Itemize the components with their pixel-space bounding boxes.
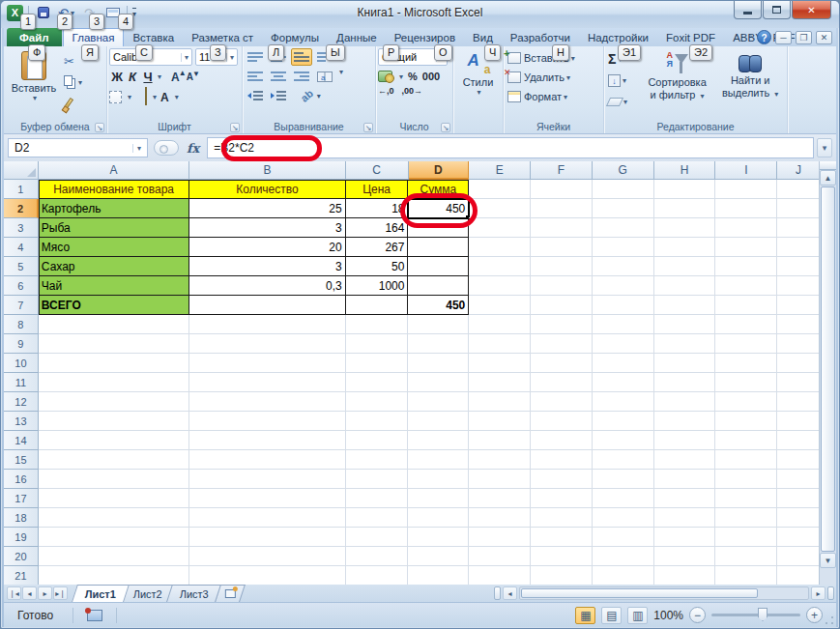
cell-H10[interactable] <box>654 354 716 373</box>
zoom-slider[interactable] <box>711 614 800 616</box>
cell-F4[interactable] <box>531 238 593 257</box>
cell-B4[interactable]: 20 <box>189 238 345 257</box>
fill-color-button[interactable] <box>145 88 147 105</box>
cell-C19[interactable] <box>346 528 409 547</box>
cell-A4[interactable]: Мясо <box>39 238 189 257</box>
cell-H17[interactable] <box>654 489 716 508</box>
cell-F20[interactable] <box>531 547 593 566</box>
row-header-6[interactable]: 6 <box>4 276 39 296</box>
cell-B17[interactable] <box>189 489 345 508</box>
align-left-button[interactable] <box>245 68 266 85</box>
sheet-tab-Лист3[interactable]: Лист3 <box>166 585 222 602</box>
cell-F7[interactable] <box>531 296 593 315</box>
cell-G21[interactable] <box>593 566 654 585</box>
cell-D6[interactable] <box>408 276 469 296</box>
cell-B16[interactable] <box>189 470 345 489</box>
cell-J6[interactable] <box>777 276 821 296</box>
cell-I10[interactable] <box>715 354 777 373</box>
row-header-9[interactable]: 9 <box>4 334 39 354</box>
column-header-D[interactable]: D <box>409 161 470 180</box>
cell-D1[interactable]: Сумма <box>408 180 469 199</box>
cell-I12[interactable] <box>715 392 777 412</box>
row-header-5[interactable]: 5 <box>4 257 39 276</box>
cell-I13[interactable] <box>715 412 777 431</box>
cell-B9[interactable] <box>189 334 345 354</box>
cell-F5[interactable] <box>531 257 593 276</box>
cell-A2[interactable]: Картофель <box>39 199 189 218</box>
cell-E21[interactable] <box>469 566 531 585</box>
last-sheet-button[interactable]: ▸❘ <box>53 586 68 600</box>
zoom-level[interactable]: 100% <box>653 609 683 622</box>
cell-E13[interactable] <box>469 412 531 431</box>
cell-E12[interactable] <box>469 392 531 412</box>
cell-B15[interactable] <box>189 450 345 470</box>
vertical-scroll-thumb[interactable] <box>821 186 835 552</box>
workbook-close-button[interactable]: ✕ <box>816 31 832 44</box>
scroll-up-button[interactable]: ▲ <box>820 170 836 186</box>
cell-I19[interactable] <box>715 528 777 547</box>
cell-C16[interactable] <box>346 470 409 489</box>
insert-function-button[interactable]: fx <box>187 141 199 156</box>
cell-B5[interactable]: 3 <box>189 257 345 276</box>
cell-I15[interactable] <box>715 450 777 470</box>
cell-G12[interactable] <box>593 392 654 412</box>
select-all-corner[interactable] <box>4 161 39 180</box>
expand-formula-bar-button[interactable]: ▾ <box>817 138 832 157</box>
cell-C3[interactable]: 164 <box>346 218 409 238</box>
cell-D4[interactable] <box>408 238 469 257</box>
cell-I9[interactable] <box>715 334 777 354</box>
cell-D14[interactable] <box>408 431 469 450</box>
cell-A14[interactable] <box>39 431 189 450</box>
cell-D3[interactable] <box>408 218 469 238</box>
cell-A19[interactable] <box>39 528 189 547</box>
minimize-button[interactable] <box>734 1 762 19</box>
cell-A20[interactable] <box>39 547 189 566</box>
cell-I18[interactable] <box>715 508 777 528</box>
cell-A8[interactable] <box>39 315 189 334</box>
view-normal-button[interactable]: ▦ <box>575 607 595 624</box>
cell-A11[interactable] <box>39 373 189 392</box>
cell-F11[interactable] <box>531 373 593 392</box>
shrink-font-button[interactable]: А▼ <box>187 71 200 82</box>
cell-F12[interactable] <box>531 392 593 412</box>
cell-H18[interactable] <box>654 508 716 528</box>
row-header-19[interactable]: 19 <box>4 528 39 547</box>
cell-J19[interactable] <box>777 528 821 547</box>
cell-C15[interactable] <box>346 450 409 470</box>
help-icon[interactable]: ? <box>757 30 771 44</box>
cell-E18[interactable] <box>469 508 531 528</box>
cell-B3[interactable]: 3 <box>189 218 345 238</box>
cell-D2[interactable]: 450 <box>408 199 469 218</box>
alignment-dialog-launcher[interactable]: ↘ <box>363 123 373 132</box>
cell-I6[interactable] <box>715 276 777 296</box>
cell-J11[interactable] <box>777 373 821 392</box>
cell-F16[interactable] <box>531 470 593 489</box>
cell-I14[interactable] <box>715 431 777 450</box>
percent-style-button[interactable]: % <box>408 71 418 82</box>
cell-H16[interactable] <box>654 470 716 489</box>
cell-A21[interactable] <box>39 566 189 585</box>
cell-H12[interactable] <box>654 392 716 412</box>
cell-E3[interactable] <box>469 218 531 238</box>
cell-H15[interactable] <box>654 450 716 470</box>
cell-J4[interactable] <box>777 238 821 257</box>
cell-D11[interactable] <box>408 373 469 392</box>
align-bottom-button[interactable] <box>291 48 312 66</box>
cell-A18[interactable] <box>39 508 189 528</box>
cell-B2[interactable]: 25 <box>189 199 345 218</box>
tab-Надстройки[interactable]: Надстройки <box>579 28 657 46</box>
cell-A7[interactable]: ВСЕГО <box>39 296 189 315</box>
font-dialog-launcher[interactable]: ↘ <box>230 123 240 132</box>
cell-J9[interactable] <box>777 334 821 354</box>
cell-H5[interactable] <box>654 257 716 276</box>
cell-F2[interactable] <box>531 199 593 218</box>
cell-F6[interactable] <box>531 276 593 296</box>
cell-G8[interactable] <box>593 315 654 334</box>
clipboard-dialog-launcher[interactable]: ↘ <box>95 123 104 132</box>
cell-F19[interactable] <box>531 528 593 547</box>
cell-F18[interactable] <box>531 508 593 528</box>
align-center-button[interactable] <box>268 68 289 85</box>
cell-I5[interactable] <box>715 257 777 276</box>
cell-G5[interactable] <box>593 257 654 276</box>
cell-B11[interactable] <box>189 373 345 392</box>
